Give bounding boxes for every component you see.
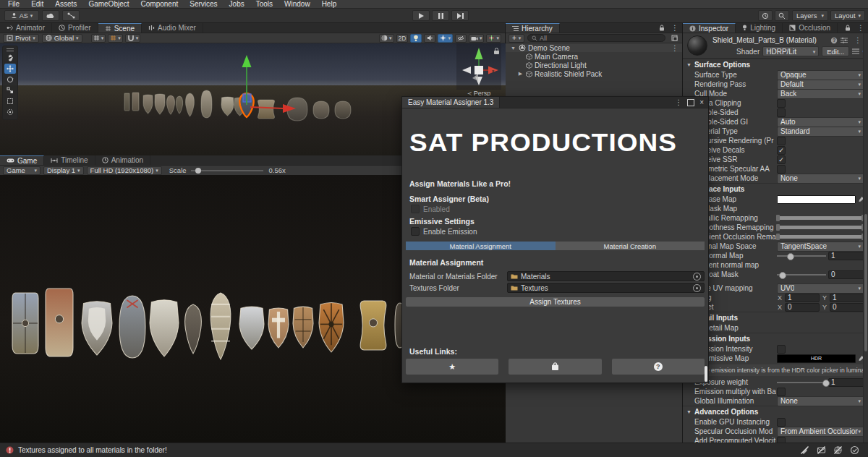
- exposure-weight-slider[interactable]: [777, 378, 826, 387]
- help-icon[interactable]: ?: [830, 37, 838, 44]
- scene-camera-dropdown[interactable]: ▾: [469, 34, 485, 43]
- shield-object[interactable]: [176, 96, 182, 114]
- gizmos-dropdown[interactable]: ▾: [486, 34, 501, 43]
- tab-animator[interactable]: Animator: [0, 23, 52, 33]
- object-picker-icon[interactable]: [693, 273, 701, 281]
- shield-object[interactable]: [185, 304, 202, 354]
- shield-object[interactable]: [293, 307, 313, 348]
- global-illumination-dropdown[interactable]: None▾: [777, 396, 864, 406]
- receive-decals-checkbox[interactable]: [777, 146, 786, 155]
- base-uv-mapping-dropdown[interactable]: UV0▾: [777, 283, 864, 294]
- collab-button[interactable]: [62, 10, 80, 21]
- account-button[interactable]: AS ▾: [4, 10, 39, 21]
- slider-knob[interactable]: [787, 253, 794, 260]
- move-tool-button[interactable]: [4, 64, 16, 74]
- specular-occlusion-mod-dropdown[interactable]: From Ambient Occlusion▾: [777, 427, 864, 437]
- emission-intensity-checkbox[interactable]: [777, 345, 786, 354]
- normal-map-slider[interactable]: [777, 252, 826, 260]
- displacement-mode-dropdown[interactable]: None▾: [777, 174, 864, 184]
- assign-textures-button[interactable]: Assign Textures: [406, 297, 705, 307]
- shield-object[interactable]: [155, 94, 165, 114]
- foldout-arrow-icon[interactable]: ▶: [517, 71, 524, 77]
- create-object-button[interactable]: +▾: [509, 34, 524, 43]
- double-sided-checkbox[interactable]: [777, 108, 786, 117]
- section-surface-options[interactable]: Surface Options: [683, 59, 868, 70]
- rate-link-button[interactable]: ★: [406, 359, 498, 375]
- shield-object[interactable]: [132, 93, 139, 111]
- kebab-menu-icon[interactable]: ⋮: [668, 23, 682, 33]
- tab-profiler[interactable]: Profiler: [52, 23, 98, 33]
- hierarchy-item-directional-light[interactable]: Directional Light: [506, 61, 682, 69]
- game-view-dropdown[interactable]: Game▾: [3, 166, 41, 175]
- materials-folder-field[interactable]: Materials: [507, 271, 705, 281]
- slider-knob[interactable]: [822, 380, 830, 387]
- scene-lighting-toggle[interactable]: [410, 34, 422, 43]
- tab-hierarchy[interactable]: Hierarchy: [506, 23, 560, 33]
- shield-object[interactable]: [150, 300, 179, 356]
- tab-timeline[interactable]: Timeline: [44, 155, 95, 165]
- x-value-field[interactable]: 0: [785, 303, 820, 312]
- section-detail-inputs[interactable]: Detail Inputs: [683, 312, 868, 323]
- bake-disabled-icon[interactable]: [800, 445, 809, 455]
- hierarchy-scene-row[interactable]: ▼ Demo Scene ⋮: [506, 43, 682, 52]
- y-value-field[interactable]: 0: [830, 303, 864, 312]
- menu-file[interactable]: File: [3, 0, 25, 9]
- alpha-clipping-checkbox[interactable]: [777, 99, 786, 108]
- rotate-tool-button[interactable]: [4, 74, 16, 85]
- overlay-drag-handle[interactable]: [7, 48, 14, 51]
- value-field[interactable]: 1: [828, 252, 864, 260]
- tab-inspector[interactable]: Inspector: [683, 23, 736, 33]
- lock-icon[interactable]: [656, 23, 668, 33]
- search-picker-icon[interactable]: [668, 35, 682, 41]
- shield-object[interactable]: [124, 93, 129, 111]
- section-emission-inputs[interactable]: Emission Inputs: [683, 333, 868, 344]
- y-value-field[interactable]: 1: [830, 294, 864, 302]
- recursive-rendering-pr-checkbox[interactable]: [777, 137, 786, 145]
- metallic-remapping-minmax-slider[interactable]: [777, 216, 864, 220]
- hierarchy-item-realistic-shield-pack[interactable]: ▶Realistic Shield Pack: [506, 69, 682, 78]
- smoothness-remapping-minmax-slider[interactable]: [777, 226, 864, 229]
- cull-mode-dropdown[interactable]: Back▾: [777, 89, 864, 99]
- hierarchy-item-main-camera[interactable]: Main Camera: [506, 52, 682, 61]
- tab-scene[interactable]: Scene: [98, 23, 142, 33]
- menu-help[interactable]: Help: [317, 0, 342, 9]
- shader-dropdown[interactable]: HDRP/Lit ▾: [762, 46, 819, 56]
- receive-ssr-checkbox[interactable]: [777, 155, 786, 164]
- tab-audio-mixer[interactable]: Audio Mixer: [142, 23, 203, 33]
- scene-effects-dropdown[interactable]: ▾: [438, 34, 453, 43]
- orientation-gizmo[interactable]: x ≺ Persp: [456, 43, 501, 98]
- kebab-menu-icon[interactable]: ⋮: [854, 23, 868, 33]
- tab-animation[interactable]: Animation: [95, 155, 150, 165]
- shader-edit-button[interactable]: Edit...: [822, 46, 849, 56]
- shield-object[interactable]: [313, 101, 329, 119]
- scale-slider[interactable]: [191, 167, 263, 174]
- draw-mode-dropdown[interactable]: ▾: [379, 34, 394, 43]
- tab-lighting[interactable]: Lighting: [736, 23, 783, 33]
- shield-object[interactable]: [319, 303, 344, 352]
- surface-type-dropdown[interactable]: Opaque▾: [777, 70, 864, 80]
- menu-assets[interactable]: Assets: [50, 0, 82, 9]
- display-dropdown[interactable]: Display 1▾: [43, 166, 84, 175]
- shield-object[interactable]: [360, 301, 386, 350]
- value-field[interactable]: 0: [828, 270, 864, 279]
- shield-object[interactable]: [201, 90, 212, 118]
- layers-dropdown[interactable]: Layers ▾: [792, 10, 828, 21]
- scale-slider-knob[interactable]: [195, 168, 201, 174]
- help-link-button[interactable]: ?: [612, 359, 705, 375]
- ema-scrollbar-thumb[interactable]: [705, 366, 707, 382]
- value-field[interactable]: 1: [828, 378, 864, 387]
- scrollbar-thumb[interactable]: [864, 214, 867, 351]
- ema-tab-material-assignment[interactable]: Material Assignment: [406, 242, 556, 250]
- object-picker-icon[interactable]: [693, 284, 701, 292]
- transform-tool-button[interactable]: [4, 107, 16, 117]
- store-link-button[interactable]: [509, 359, 601, 375]
- 2d-toggle[interactable]: 2D: [396, 34, 409, 43]
- shield-object[interactable]: [143, 95, 153, 114]
- undo-history-button[interactable]: [758, 10, 773, 21]
- double-sided-gi-dropdown[interactable]: Auto▾: [777, 117, 864, 127]
- global-dropdown[interactable]: Global▾: [42, 34, 82, 43]
- services-disabled-icon[interactable]: [833, 445, 843, 455]
- ambient-occlusion-rema-minmax-slider[interactable]: [777, 235, 864, 239]
- layout-dropdown[interactable]: Layout ▾: [830, 10, 865, 21]
- material-preview-sphere[interactable]: [687, 35, 707, 56]
